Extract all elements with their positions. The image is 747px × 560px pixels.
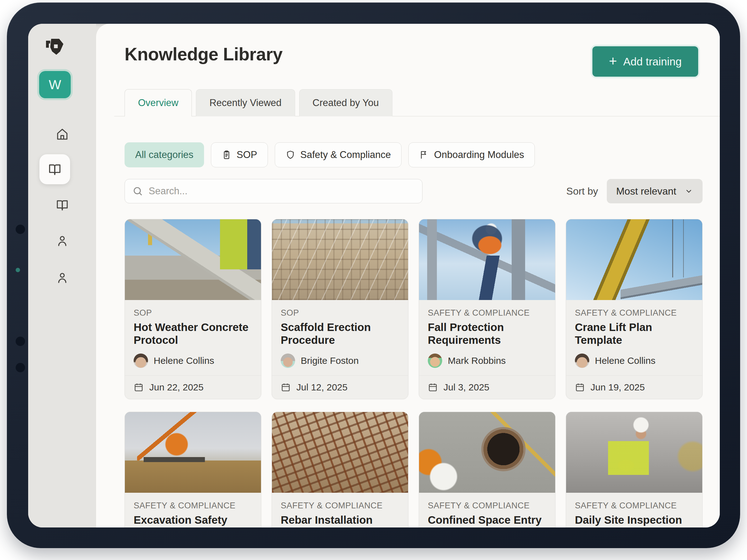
card-date: Jun 22, 2025 xyxy=(149,382,203,393)
card-author-row: Helene Collins xyxy=(134,353,252,368)
bezel-indicator-dot xyxy=(16,268,20,272)
library-card[interactable]: SOPHot Weather Concrete ProtocolHelene C… xyxy=(125,219,261,399)
library-card[interactable]: SOPScaffold Erection ProcedureBrigite Fo… xyxy=(272,219,408,399)
author-name: Brigite Foston xyxy=(301,355,359,366)
tablet-frame: W Knowledge Library + Add training Overv… xyxy=(7,2,740,548)
card-body: SAFETY & COMPLIANCERebar Installation Gu… xyxy=(272,493,408,528)
card-grid: SOPHot Weather Concrete ProtocolHelene C… xyxy=(125,219,702,528)
card-category: SOP xyxy=(134,308,252,318)
tab-overview[interactable]: Overview xyxy=(125,89,192,116)
library-card[interactable]: SAFETY & COMPLIANCECrane Lift Plan Templ… xyxy=(566,219,702,399)
filter-chip-sop[interactable]: SOP xyxy=(211,142,267,167)
shield-icon xyxy=(285,150,295,160)
card-body: SAFETY & COMPLIANCEExcavation Safety Che… xyxy=(125,493,261,528)
sort-value: Most relevant xyxy=(616,186,676,197)
page-title: Knowledge Library xyxy=(125,44,283,64)
card-date: Jul 12, 2025 xyxy=(297,382,347,393)
card-body: SOPHot Weather Concrete ProtocolHelene C… xyxy=(125,300,261,375)
search-input[interactable] xyxy=(148,185,415,197)
card-category: SAFETY & COMPLIANCE xyxy=(575,308,694,318)
main-panel: Knowledge Library + Add training Overvie… xyxy=(96,24,720,528)
crane-lift-photo xyxy=(566,219,702,300)
filter-chip-safety-compliance[interactable]: Safety & Compliance xyxy=(275,142,402,167)
bezel-camera-dot xyxy=(16,337,25,346)
app-logo-icon xyxy=(43,35,66,58)
card-title: Excavation Safety Checklist xyxy=(134,514,252,528)
card-category: SOP xyxy=(281,308,399,318)
card-body: SAFETY & COMPLIANCEConfined Space Entry … xyxy=(419,493,555,528)
card-footer: Jul 3, 2025 xyxy=(419,375,555,399)
card-title: Hot Weather Concrete Protocol xyxy=(134,321,252,347)
card-footer: Jul 12, 2025 xyxy=(272,375,408,399)
card-author-row: Helene Collins xyxy=(575,353,694,368)
card-author-row: Mark Robbins xyxy=(428,353,546,368)
sidebar-item-library[interactable] xyxy=(40,154,70,184)
library-card[interactable]: SAFETY & COMPLIANCEDaily Site Inspection… xyxy=(566,412,702,528)
card-category: SAFETY & COMPLIANCE xyxy=(281,501,399,511)
card-body: SAFETY & COMPLIANCECrane Lift Plan Templ… xyxy=(566,300,702,375)
avatar xyxy=(134,353,148,368)
card-date: Jun 19, 2025 xyxy=(591,382,645,393)
card-footer: Jun 22, 2025 xyxy=(125,375,261,399)
calendar-icon xyxy=(575,382,585,392)
sidebar-item-home[interactable] xyxy=(28,127,96,141)
category-filters: All categoriesSOPSafety & ComplianceOnbo… xyxy=(125,142,535,167)
chevron-down-icon xyxy=(685,187,693,195)
author-name: Helene Collins xyxy=(154,355,214,366)
workspace-tile[interactable]: W xyxy=(39,71,71,98)
calendar-icon xyxy=(428,382,438,392)
avatar xyxy=(428,353,442,368)
card-category: SAFETY & COMPLIANCE xyxy=(428,501,546,511)
concrete-pour-photo xyxy=(125,219,261,300)
fall-protection-photo xyxy=(419,219,555,300)
sidebar-item-courses[interactable] xyxy=(28,198,96,212)
workspace-initial: W xyxy=(49,77,61,92)
card-body: SOPScaffold Erection ProcedureBrigite Fo… xyxy=(272,300,408,375)
filter-chip-all-categories[interactable]: All categories xyxy=(125,142,204,167)
add-training-label: Add training xyxy=(623,55,681,68)
search-box xyxy=(125,179,422,203)
card-category: SAFETY & COMPLIANCE xyxy=(575,501,694,511)
sidebar-item-team[interactable] xyxy=(28,271,96,285)
sort-dropdown[interactable]: Most relevant xyxy=(607,179,702,203)
bezel-camera-dot xyxy=(16,363,25,372)
page: W Knowledge Library + Add training Overv… xyxy=(0,0,747,560)
calendar-icon xyxy=(281,382,291,392)
author-name: Mark Robbins xyxy=(448,355,506,366)
card-title: Fall Protection Requirements xyxy=(428,321,546,347)
rebar-photo xyxy=(272,412,408,493)
card-body: SAFETY & COMPLIANCEDaily Site Inspection… xyxy=(566,493,702,528)
library-card[interactable]: SAFETY & COMPLIANCERebar Installation Gu… xyxy=(272,412,408,528)
filter-chip-label: All categories xyxy=(135,149,194,160)
tab-created-by-you[interactable]: Created by You xyxy=(299,89,392,116)
filter-chip-label: Onboarding Modules xyxy=(434,149,524,160)
app-screen: W Knowledge Library + Add training Overv… xyxy=(28,24,720,528)
author-name: Helene Collins xyxy=(595,355,655,366)
filter-chip-onboarding-modules[interactable]: Onboarding Modules xyxy=(408,142,535,167)
library-card[interactable]: SAFETY & COMPLIANCEFall Protection Requi… xyxy=(419,219,556,399)
sidebar-item-profile[interactable] xyxy=(28,234,96,248)
card-title: Rebar Installation Guide xyxy=(281,514,399,528)
sort-by-label: Sort by xyxy=(566,186,598,197)
sort-control: Sort by Most relevant xyxy=(566,179,702,203)
filter-chip-label: Safety & Compliance xyxy=(301,149,391,160)
person-icon xyxy=(56,234,69,247)
card-title: Scaffold Erection Procedure xyxy=(281,321,399,347)
book-open-icon xyxy=(48,162,62,176)
avatar xyxy=(281,353,295,368)
search-icon xyxy=(132,186,143,196)
card-body: SAFETY & COMPLIANCEFall Protection Requi… xyxy=(419,300,555,375)
inspector-photo xyxy=(566,412,702,493)
excavator-photo xyxy=(125,412,261,493)
add-training-button[interactable]: + Add training xyxy=(592,46,698,77)
library-card[interactable]: SAFETY & COMPLIANCEExcavation Safety Che… xyxy=(125,412,261,528)
sidebar: W xyxy=(28,24,96,528)
card-title: Crane Lift Plan Template xyxy=(575,321,694,347)
card-title: Daily Site Inspection Form xyxy=(575,514,694,528)
scaffolding-photo xyxy=(272,219,408,300)
library-card[interactable]: SAFETY & COMPLIANCEConfined Space Entry … xyxy=(419,412,556,528)
avatar xyxy=(575,353,589,368)
tab-recently-viewed[interactable]: Recently Viewed xyxy=(196,89,295,116)
card-category: SAFETY & COMPLIANCE xyxy=(134,501,252,511)
flag-icon xyxy=(419,150,429,160)
